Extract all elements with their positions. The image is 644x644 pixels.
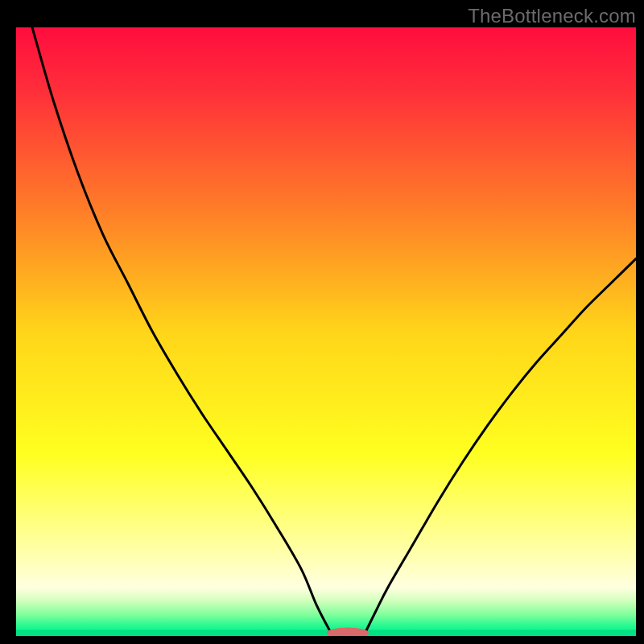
chart-frame: TheBottleneck.com <box>0 0 644 644</box>
gradient-background <box>16 27 636 636</box>
bottleneck-chart <box>0 0 644 644</box>
watermark-text: TheBottleneck.com <box>468 5 636 27</box>
trough-marker <box>327 627 369 638</box>
baseline-band <box>16 630 636 641</box>
